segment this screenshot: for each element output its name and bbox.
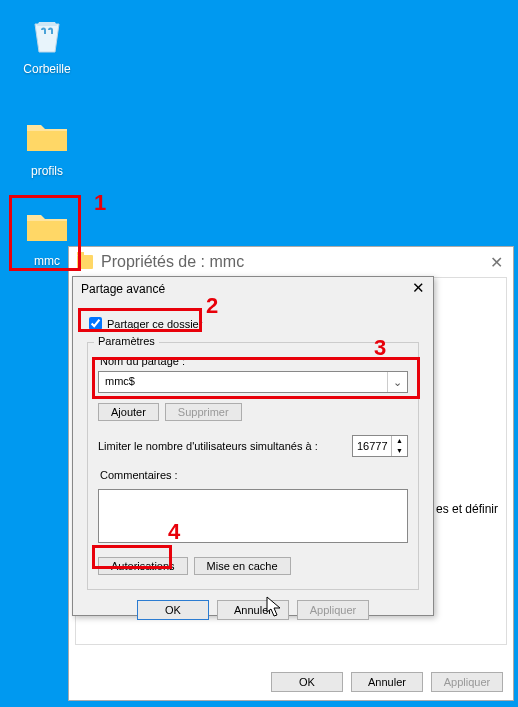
limit-label: Limiter le nombre d'utilisateurs simulta…: [98, 440, 318, 452]
share-folder-label: Partager ce dossier: [107, 318, 202, 330]
annotation-number-1: 1: [94, 190, 106, 216]
properties-apply-button: Appliquer: [431, 672, 503, 692]
limit-value: 16777: [353, 440, 391, 452]
parameters-legend: Paramètres: [94, 335, 159, 347]
desktop-icon-profils[interactable]: profils: [12, 112, 82, 178]
properties-title: Propriétés de : mmc: [101, 253, 244, 271]
comments-label: Commentaires :: [100, 469, 408, 481]
properties-cancel-button[interactable]: Annuler: [351, 672, 423, 692]
adv-cancel-button[interactable]: Annuler: [217, 600, 289, 620]
add-button[interactable]: Ajouter: [98, 403, 159, 421]
advanced-sharing-dialog: Partage avancé ✕ Partager ce dossier Par…: [72, 276, 434, 616]
spinner-down-icon[interactable]: ▼: [392, 446, 407, 456]
desktop-icon-recycle-bin[interactable]: Corbeille: [12, 10, 82, 76]
advanced-sharing-title: Partage avancé: [81, 282, 165, 296]
peek-text: es et définir: [436, 502, 498, 516]
close-icon[interactable]: ✕: [490, 253, 503, 272]
desktop-icon-label: Corbeille: [12, 62, 82, 76]
share-folder-checkbox-row[interactable]: Partager ce dossier: [89, 317, 419, 330]
share-name-combo[interactable]: mmc$ ⌄: [98, 371, 408, 393]
advanced-sharing-titlebar[interactable]: Partage avancé ✕: [73, 277, 433, 301]
properties-titlebar[interactable]: Propriétés de : mmc ✕: [69, 247, 513, 277]
remove-button: Supprimer: [165, 403, 242, 421]
parameters-fieldset: Paramètres Nom du partage : mmc$ ⌄ Ajout…: [87, 342, 419, 590]
folder-icon: [23, 202, 71, 250]
permissions-button[interactable]: Autorisations: [98, 557, 188, 575]
limit-spinner[interactable]: 16777 ▲ ▼: [352, 435, 408, 457]
comments-textarea[interactable]: [98, 489, 408, 543]
properties-ok-button[interactable]: OK: [271, 672, 343, 692]
share-name-value: mmc$: [99, 372, 387, 392]
spinner-up-icon[interactable]: ▲: [392, 436, 407, 446]
adv-apply-button: Appliquer: [297, 600, 369, 620]
close-icon[interactable]: ✕: [412, 279, 425, 297]
folder-icon: [23, 112, 71, 160]
recycle-bin-icon: [23, 10, 71, 58]
share-folder-checkbox[interactable]: [89, 317, 102, 330]
share-name-label: Nom du partage :: [100, 355, 408, 367]
desktop-icon-label: profils: [12, 164, 82, 178]
adv-ok-button[interactable]: OK: [137, 600, 209, 620]
cache-button[interactable]: Mise en cache: [194, 557, 291, 575]
chevron-down-icon[interactable]: ⌄: [387, 372, 407, 392]
folder-mini-icon: [77, 255, 93, 269]
